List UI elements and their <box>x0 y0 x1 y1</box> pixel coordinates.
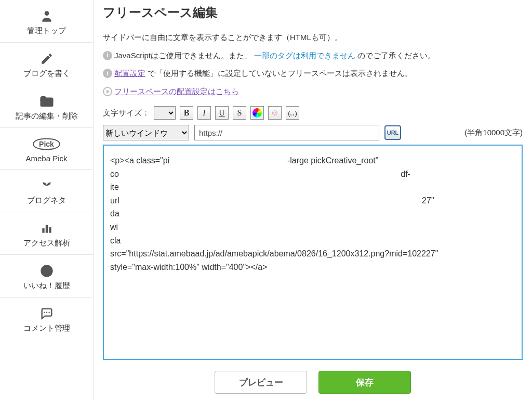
svg-point-7 <box>48 269 49 270</box>
sprout-icon <box>3 177 90 195</box>
sidebar-item-admin-top[interactable]: 管理トップ <box>0 0 93 43</box>
svg-point-0 <box>44 11 49 16</box>
svg-rect-2 <box>42 228 44 233</box>
desc-line-2: i JavaScriptはご使用できません。また、 一部のタグは利用できません … <box>103 48 523 63</box>
sidebar-item-label: ブログを書く <box>3 69 90 79</box>
sidebar-item-comments[interactable]: コメント管理 <box>0 297 93 340</box>
description: サイドバーに自由に文章を表示することができます（HTMLも可）。 i JavaS… <box>103 30 523 99</box>
tags-unavailable-link[interactable]: 一部のタグは利用できません <box>254 48 355 63</box>
arrow-right-icon <box>103 87 112 96</box>
placement-settings-link[interactable]: 配置設定 <box>114 66 145 81</box>
sidebar-item-label: ブログネタ <box>3 196 90 205</box>
sidebar-item-write-blog[interactable]: ブログを書く <box>0 43 93 85</box>
svg-point-10 <box>48 312 49 313</box>
svg-point-8 <box>44 312 45 313</box>
sidebar: 管理トップ ブログを書く 記事の編集・削除 Pick Ameba Pick ブロ… <box>0 0 94 401</box>
font-size-label: 文字サイズ： <box>103 108 150 118</box>
preview-button[interactable]: プレビュー <box>215 371 307 394</box>
svg-point-9 <box>46 312 47 313</box>
info-icon: i <box>103 51 112 60</box>
desc-text: で「使用する機能」に設定していないとフリースペースは表示されません。 <box>148 66 413 81</box>
info-icon: i <box>103 69 112 78</box>
svg-point-5 <box>41 266 52 277</box>
svg-rect-3 <box>45 225 47 233</box>
svg-rect-1 <box>41 99 52 106</box>
char-count-label: (半角10000文字) <box>464 128 523 138</box>
sidebar-item-analytics[interactable]: アクセス解析 <box>0 212 93 255</box>
freespace-placement-link[interactable]: フリースペースの配置設定はこちら <box>114 84 239 99</box>
main-content: フリースペース編集 サイドバーに自由に文章を表示することができます（HTMLも可… <box>94 0 532 401</box>
freespace-editor[interactable]: <p><a class="pi -large pickCreative_root… <box>103 145 523 360</box>
sidebar-item-blog-topics[interactable]: ブログネタ <box>0 170 93 212</box>
bar-chart-icon <box>3 219 90 237</box>
folder-icon <box>3 93 90 110</box>
bracket-button[interactable]: (‥) <box>286 106 299 120</box>
emoji-button[interactable]: ☺ <box>268 106 282 120</box>
sidebar-item-ameba-pick[interactable]: Pick Ameba Pick <box>0 128 93 170</box>
sidebar-item-edit-delete[interactable]: 記事の編集・削除 <box>0 85 93 128</box>
sidebar-item-label: 管理トップ <box>3 26 90 36</box>
sidebar-item-label: アクセス解析 <box>3 238 90 248</box>
desc-line-3: i 配置設定 で「使用する機能」に設定していないとフリースペースは表示されません… <box>103 66 523 81</box>
strikethrough-button[interactable]: S <box>233 106 246 120</box>
italic-button[interactable]: I <box>197 106 211 120</box>
sidebar-item-label: 記事の編集・削除 <box>3 111 90 121</box>
color-wheel-icon <box>252 108 262 118</box>
pick-icon: Pick <box>3 135 90 153</box>
sidebar-item-like-history[interactable]: いいね！履歴 <box>0 255 93 297</box>
font-size-select[interactable] <box>154 106 176 120</box>
smile-icon <box>3 262 90 280</box>
format-toolbar: 文字サイズ： B I U S ☺ (‥) <box>103 106 523 120</box>
svg-point-6 <box>44 269 45 270</box>
page-title: フリースペース編集 <box>103 4 523 21</box>
svg-rect-4 <box>49 227 51 233</box>
desc-line-4: フリースペースの配置設定はこちら <box>103 84 523 99</box>
desc-text: のでご了承ください。 <box>357 48 435 63</box>
sidebar-item-label: Ameba Pick <box>3 154 90 163</box>
action-buttons: プレビュー 保存 <box>103 371 523 394</box>
color-picker-button[interactable] <box>250 106 264 120</box>
window-target-select[interactable]: 新しいウインドウ <box>103 125 189 140</box>
underline-button[interactable]: U <box>215 106 229 120</box>
emoji-face-icon: ☺ <box>271 108 279 118</box>
sidebar-item-label: コメント管理 <box>3 324 90 333</box>
person-icon <box>3 7 90 25</box>
link-toolbar: 新しいウインドウ URL (半角10000文字) <box>103 125 523 140</box>
bold-button[interactable]: B <box>180 106 193 120</box>
sidebar-item-label: いいね！履歴 <box>3 281 90 291</box>
desc-text: JavaScriptはご使用できません。また、 <box>114 48 252 63</box>
pencil-icon <box>3 50 90 68</box>
url-input[interactable] <box>194 125 379 140</box>
chat-icon <box>3 305 90 322</box>
desc-line-1: サイドバーに自由に文章を表示することができます（HTMLも可）。 <box>103 30 523 45</box>
save-button[interactable]: 保存 <box>318 371 411 394</box>
url-insert-button[interactable]: URL <box>384 125 401 140</box>
